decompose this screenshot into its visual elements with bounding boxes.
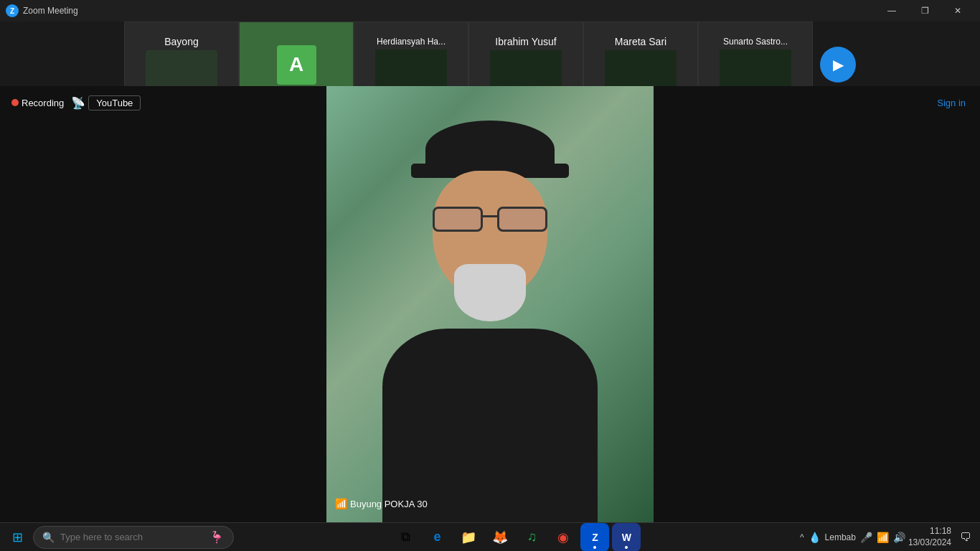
- edge-button[interactable]: e: [423, 523, 451, 552]
- word-active-indicator: [625, 546, 628, 549]
- participant-name-top-s: Sunarto Sastro...: [723, 37, 788, 47]
- taskbar: ⊞ 🔍 🦩 ⧉ e 📁 🦊 ♫ ◉: [0, 522, 980, 551]
- firefox-button[interactable]: 🦊: [486, 523, 514, 552]
- mic-icon[interactable]: 🎤: [860, 532, 872, 543]
- glasses-right: [497, 207, 547, 232]
- water-drop-icon: 💧: [809, 532, 821, 543]
- participant-name-top-i: Ibrahim Yusuf: [495, 36, 556, 47]
- glasses: [429, 207, 551, 232]
- network-icon[interactable]: 📶: [877, 532, 889, 543]
- word-icon: W: [622, 532, 631, 543]
- taskview-button[interactable]: ⧉: [391, 523, 420, 552]
- taskview-icon: ⧉: [401, 529, 410, 545]
- recording-button[interactable]: Recording: [7, 96, 68, 110]
- start-button[interactable]: ⊞: [3, 523, 32, 552]
- buyung-name: Buyung POKJA 30: [350, 499, 428, 509]
- youtube-button[interactable]: YouTube: [88, 95, 141, 110]
- explorer-icon: 📁: [461, 529, 476, 545]
- zoom-active-indicator: [593, 546, 596, 549]
- taskbar-center: ⧉ e 📁 🦊 ♫ ◉ Z W: [391, 523, 641, 552]
- participant-name-top: Bayong: [164, 36, 198, 47]
- sign-in-button[interactable]: Sign in: [937, 98, 966, 108]
- beard: [454, 264, 526, 321]
- word-button[interactable]: W: [612, 523, 641, 552]
- window-title: Zoom Meeting: [23, 6, 78, 16]
- recording-dot: [11, 99, 19, 106]
- spotify-icon: ♫: [527, 529, 537, 545]
- participant-avatar-kika: A: [277, 45, 316, 85]
- spotify-button[interactable]: ♫: [517, 523, 546, 552]
- recording-label: Recording: [22, 98, 64, 108]
- zoom-taskbar-icon: Z: [592, 532, 598, 543]
- taskbar-left: ⊞ 🔍 🦩: [3, 523, 234, 552]
- windows-logo-icon: ⊞: [12, 529, 23, 545]
- controls-row: Recording 📡 YouTube Sign in: [0, 92, 980, 113]
- more-participants-button[interactable]: ▶: [820, 47, 856, 83]
- left-panel: [0, 86, 326, 522]
- edge-icon: e: [433, 529, 440, 545]
- flamingo-icon: 🦩: [209, 530, 224, 544]
- lembab-label: Lembab: [825, 532, 856, 542]
- close-button[interactable]: ✕: [941, 0, 974, 22]
- minimize-button[interactable]: —: [875, 0, 908, 22]
- chrome-button[interactable]: ◉: [549, 523, 578, 552]
- sound-icon[interactable]: 🔊: [893, 532, 905, 543]
- person-silhouette: [361, 121, 619, 522]
- explorer-button[interactable]: 📁: [454, 523, 483, 552]
- cast-icon: 📡: [71, 96, 85, 110]
- buyung-label: 📶 Buyung POKJA 30: [335, 498, 428, 509]
- titlebar: Z Zoom Meeting — ❐ ✕: [0, 0, 980, 22]
- notification-button[interactable]: 🗨: [954, 526, 977, 549]
- participant-name-top-h: Herdiansyah Ha...: [377, 37, 446, 47]
- zoom-taskbar-button[interactable]: Z: [580, 523, 609, 552]
- firefox-icon: 🦊: [492, 529, 508, 545]
- search-icon: 🔍: [42, 532, 55, 543]
- system-icons: 💧 Lembab 🎤 📶 🔊: [809, 532, 905, 543]
- youtube-label: YouTube: [96, 98, 133, 108]
- clock[interactable]: 11:18 13/03/2024: [908, 526, 951, 548]
- participant-name-top-m: Mareta Sari: [615, 36, 666, 47]
- window-controls: — ❐ ✕: [875, 0, 974, 22]
- sign-in-label: Sign in: [937, 98, 966, 108]
- taskbar-right: ^ 💧 Lembab 🎤 📶 🔊 11:18 13/03/2024 🗨: [798, 526, 977, 549]
- main-video: 📶 Buyung POKJA 30: [326, 86, 654, 522]
- shirt: [382, 329, 598, 522]
- glasses-left: [433, 207, 483, 232]
- glasses-bridge: [483, 215, 497, 217]
- signal-icon: 📶: [335, 498, 347, 509]
- right-panel: [654, 86, 980, 522]
- zoom-app-icon: Z: [6, 4, 19, 17]
- restore-button[interactable]: ❐: [908, 0, 941, 22]
- search-input[interactable]: [60, 532, 204, 542]
- clock-date: 13/03/2024: [908, 537, 951, 549]
- more-icon: ▶: [833, 56, 844, 73]
- chrome-icon: ◉: [557, 529, 569, 545]
- notification-icon: 🗨: [960, 531, 971, 544]
- title-left: Z Zoom Meeting: [6, 4, 78, 17]
- hidden-icons-button[interactable]: ^: [798, 532, 806, 542]
- taskbar-search[interactable]: 🔍 🦩: [33, 526, 234, 549]
- clock-time: 11:18: [908, 526, 951, 537]
